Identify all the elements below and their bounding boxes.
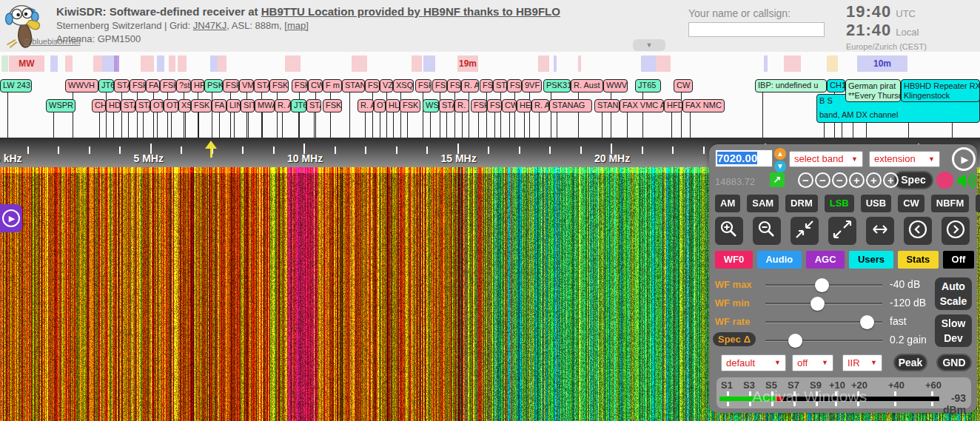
tab-stats[interactable]: Stats xyxy=(898,251,939,269)
collapse-topbar-button[interactable]: ▼ xyxy=(633,39,665,51)
station-label[interactable]: OT xyxy=(150,99,164,112)
frequency-step-down-button[interactable]: ▼ xyxy=(774,161,786,172)
station-label[interactable]: HLF xyxy=(386,99,400,112)
slider-track[interactable] xyxy=(765,284,882,286)
mode-button-cw[interactable]: CW xyxy=(898,195,924,212)
station-label[interactable]: STA xyxy=(254,79,269,92)
station-label[interactable]: HF xyxy=(191,79,204,92)
slider-knob[interactable] xyxy=(815,278,829,292)
station-label[interactable]: HFD xyxy=(664,99,682,112)
band-segment[interactable] xyxy=(827,55,838,72)
tuning-marker[interactable] xyxy=(205,141,217,158)
zoom-out-max-button[interactable] xyxy=(828,217,856,245)
station-label[interactable]: FSK xyxy=(400,99,420,112)
mode-button-usb[interactable]: USB xyxy=(861,195,891,212)
peak-button[interactable]: Peak xyxy=(893,354,927,371)
station-label[interactable]: STAN xyxy=(342,79,365,92)
station-label[interactable]: R. A xyxy=(358,99,374,112)
band-segment[interactable] xyxy=(784,55,801,72)
station-label[interactable]: F m xyxy=(323,79,342,92)
location-link[interactable]: HB9TTU Location provided by HB9NF thanks… xyxy=(261,5,560,18)
select-default[interactable]: default▼ xyxy=(721,354,786,371)
gnd-button[interactable]: GND xyxy=(936,354,972,371)
band-segment[interactable] xyxy=(141,55,154,72)
station-label[interactable]: FA xyxy=(212,99,226,112)
band-segment[interactable] xyxy=(65,55,73,72)
station-label[interactable]: FSH xyxy=(432,79,447,92)
station-label[interactable]: FSH xyxy=(415,79,432,92)
station-label[interactable]: FSH xyxy=(160,79,176,92)
station-label[interactable]: R. A xyxy=(275,99,291,112)
station-label[interactable]: FSH xyxy=(223,79,239,92)
band-segment[interactable] xyxy=(93,55,102,72)
frequency-link-button[interactable]: ↗ xyxy=(770,172,785,187)
map-link[interactable]: [map] xyxy=(284,20,309,31)
station-label[interactable]: WSPR xyxy=(46,99,75,112)
station-label[interactable]: FSK xyxy=(323,99,342,112)
station-label[interactable]: STA xyxy=(135,99,150,112)
zoom-out-button[interactable] xyxy=(753,217,781,245)
record-button[interactable] xyxy=(936,172,953,189)
station-label[interactable]: FSH xyxy=(130,79,146,92)
auto-scale-button[interactable]: AutoScale xyxy=(935,277,972,310)
station-label[interactable]: HD xyxy=(106,99,121,112)
slider-track[interactable] xyxy=(765,303,882,305)
extension-select-dropdown[interactable]: extension▼ xyxy=(869,151,940,167)
mode-button-iq[interactable]: IQ xyxy=(976,195,980,212)
station-label[interactable]: STA xyxy=(121,99,135,112)
band-select-dropdown[interactable]: select band▼ xyxy=(789,151,863,167)
tab-users[interactable]: Users xyxy=(849,251,893,269)
page-left-button[interactable] xyxy=(904,217,932,245)
station-label[interactable]: VM xyxy=(239,79,254,92)
band-segment[interactable] xyxy=(50,55,58,72)
band-segment[interactable] xyxy=(352,55,367,72)
station-label[interactable]: FSK xyxy=(191,99,212,112)
band-segment[interactable]: 10m xyxy=(857,55,907,72)
station-label[interactable]: R. Aust xyxy=(571,79,603,92)
slider-track[interactable] xyxy=(765,340,882,342)
select-off[interactable]: off▼ xyxy=(792,354,833,371)
station-label[interactable]: FSH xyxy=(480,79,493,92)
station-label[interactable]: STA xyxy=(306,99,321,112)
station-label[interactable]: FAX NMC xyxy=(682,99,725,112)
station-label[interactable]: HB9HD Repeater RXKlingenstock xyxy=(901,79,980,102)
station-label[interactable]: FSH xyxy=(471,99,487,112)
station-label[interactable]: FSK xyxy=(365,79,380,92)
spectrum-toggle-button[interactable]: Spec xyxy=(893,171,933,189)
mode-button-drm[interactable]: DRM xyxy=(785,195,818,212)
station-label[interactable]: IBP: undefined u xyxy=(755,79,827,92)
band-segment[interactable] xyxy=(656,55,671,72)
station-label[interactable]: CH1 xyxy=(827,79,845,92)
band-segment[interactable] xyxy=(169,55,175,72)
slow-device-button[interactable]: SlowDev xyxy=(935,314,972,347)
zoom-to-band-button[interactable] xyxy=(791,217,819,245)
station-label[interactable]: JT6 xyxy=(291,99,306,112)
slider-track[interactable] xyxy=(765,321,882,323)
audio-start-button[interactable]: ▶ xyxy=(0,204,22,232)
pan-button[interactable] xyxy=(866,217,894,245)
speaker-icon[interactable] xyxy=(956,171,976,190)
station-label[interactable]: 9VF xyxy=(522,79,542,92)
band-segment[interactable] xyxy=(538,55,549,72)
band-segment[interactable] xyxy=(218,55,226,72)
station-label[interactable]: R. xyxy=(454,99,469,112)
station-label[interactable]: OTH xyxy=(164,99,178,112)
band-segment[interactable] xyxy=(578,55,581,72)
station-label[interactable]: FSK xyxy=(269,79,289,92)
zoom-plus-button[interactable]: + xyxy=(883,172,899,188)
band-segment[interactable] xyxy=(285,55,301,72)
slider-label[interactable]: Spec Δ xyxy=(713,332,756,346)
station-label[interactable]: STANAG xyxy=(549,99,592,112)
station-label[interactable]: XS xyxy=(178,99,191,112)
band-segment[interactable] xyxy=(157,55,164,72)
tab-off[interactable]: Off xyxy=(943,251,974,269)
station-label[interactable]: FSH xyxy=(447,79,461,92)
station-label[interactable]: SIT xyxy=(241,99,255,112)
station-label[interactable]: FSH xyxy=(487,99,502,112)
mode-button-nbfm[interactable]: NBFM xyxy=(931,195,970,212)
band-segment[interactable] xyxy=(641,55,656,72)
zoom-minus-button[interactable]: − xyxy=(832,172,848,188)
station-label[interactable]: CW xyxy=(308,79,323,92)
band-segment[interactable] xyxy=(210,55,218,72)
band-segment[interactable]: MW xyxy=(9,55,44,72)
